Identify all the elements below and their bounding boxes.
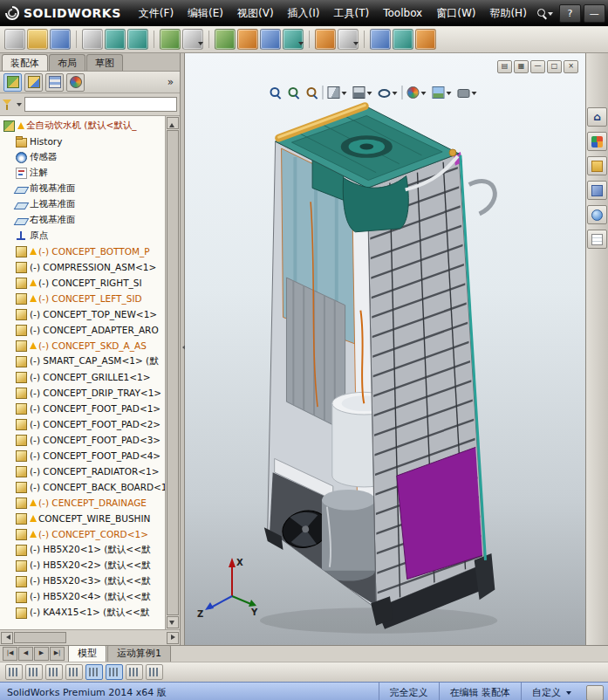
zoom-fit-icon[interactable] bbox=[267, 83, 283, 102]
menu-item[interactable]: Toolbox bbox=[376, 0, 429, 26]
menu-item[interactable]: 插入(I) bbox=[281, 0, 327, 26]
grid-snap-icon[interactable] bbox=[106, 664, 123, 680]
panel-tab[interactable]: 草图 bbox=[86, 54, 123, 71]
appearances-icon[interactable] bbox=[587, 205, 607, 224]
menu-item[interactable]: 编辑(E) bbox=[181, 0, 230, 26]
sketch-icon[interactable] bbox=[85, 664, 103, 680]
zoom-to-area-icon[interactable] bbox=[285, 83, 301, 102]
undo-icon[interactable] bbox=[105, 29, 126, 50]
tree-item[interactable]: CONCEPT_WIRE_BUSHIN bbox=[0, 511, 165, 526]
custom-properties-icon[interactable] bbox=[587, 230, 607, 249]
tree-vertical-scrollbar[interactable] bbox=[165, 116, 180, 629]
tree-item[interactable]: 右视基准面 bbox=[0, 212, 165, 228]
separator[interactable] bbox=[76, 31, 77, 48]
separator[interactable] bbox=[322, 86, 323, 100]
save-icon[interactable] bbox=[50, 29, 71, 50]
rotate-component-icon[interactable] bbox=[283, 29, 304, 50]
tree-item[interactable]: (-) CONCEPT_RADIATOR<1> bbox=[0, 463, 165, 479]
minimize-window-button[interactable]: — bbox=[530, 60, 545, 73]
tree-horizontal-scrollbar[interactable] bbox=[0, 629, 180, 645]
appearance-icon[interactable] bbox=[415, 29, 436, 50]
rebuild-icon[interactable] bbox=[160, 29, 181, 50]
tree-item[interactable]: (-) CONCEPT_SKD_A_AS bbox=[0, 338, 165, 353]
panel-tab[interactable]: 布局 bbox=[49, 54, 85, 71]
tree-item[interactable]: (-) SMART_CAP_ASM<1> (默 bbox=[0, 353, 165, 369]
mate-icon[interactable] bbox=[237, 29, 258, 50]
tree-item[interactable]: (-) CONCEPT_FOOT_PAD<2> bbox=[0, 416, 165, 432]
scrollbar-thumb[interactable] bbox=[14, 632, 66, 643]
restore-window-button[interactable]: □ bbox=[547, 60, 562, 73]
dimension-icon[interactable] bbox=[45, 664, 63, 680]
view-settings-icon[interactable] bbox=[455, 83, 478, 102]
tree-item[interactable]: History bbox=[0, 134, 165, 149]
exploded-view-icon[interactable] bbox=[315, 29, 336, 50]
tree-item[interactable]: (-) CONCEPT_RIGHT_SI bbox=[0, 275, 165, 291]
window-menu-icon[interactable]: ▤ bbox=[497, 60, 512, 73]
zoom-previous-icon[interactable] bbox=[304, 83, 319, 102]
solidworks-resources-icon[interactable]: ⌂ bbox=[587, 107, 607, 127]
window-tile-icon[interactable]: ▦ bbox=[514, 60, 529, 73]
file-explorer-icon[interactable] bbox=[587, 156, 607, 175]
tree-item[interactable]: (-) HB5X20<1> (默认<<默 bbox=[0, 542, 165, 558]
separator[interactable] bbox=[401, 86, 402, 100]
status-custom-dropdown[interactable]: 自定义 bbox=[521, 683, 582, 700]
tree-item[interactable]: (-) CONCEPT_LEFT_SID bbox=[0, 291, 165, 306]
panel-overflow-button[interactable]: » bbox=[165, 76, 176, 88]
first-tab-button[interactable]: |◀ bbox=[3, 647, 17, 661]
display-style-icon[interactable] bbox=[351, 83, 373, 102]
select-icon[interactable] bbox=[5, 664, 23, 680]
document-tab[interactable]: 运动算例1 bbox=[107, 645, 171, 662]
menu-item[interactable]: 工具(T) bbox=[327, 0, 377, 26]
insert-components-icon[interactable] bbox=[215, 29, 236, 50]
menu-item[interactable]: 文件(F) bbox=[132, 0, 181, 26]
tree-item[interactable]: (-) HB5X20<3> (默认<<默 bbox=[0, 573, 165, 589]
separator[interactable] bbox=[364, 31, 365, 48]
edit-appearance-icon[interactable] bbox=[405, 83, 427, 102]
tree-item[interactable]: 前视基准面 bbox=[0, 181, 165, 196]
tree-item[interactable]: (-) HB5X20<4> (默认<<默 bbox=[0, 589, 165, 605]
separator[interactable] bbox=[208, 31, 209, 48]
minimize-button[interactable]: — bbox=[584, 4, 605, 23]
separator[interactable] bbox=[154, 31, 154, 48]
last-tab-button[interactable]: ▶| bbox=[50, 647, 65, 661]
open-document-icon[interactable] bbox=[27, 29, 48, 50]
tree-item[interactable]: (-) CONCEPT_FOOT_PAD<4> bbox=[0, 448, 165, 463]
menu-item[interactable]: 视图(V) bbox=[230, 0, 281, 26]
tree-item[interactable]: (-) COMPRESSION_ASM<1> bbox=[0, 259, 165, 275]
tree-item[interactable]: 全自动饮水机 (默认<默认_ bbox=[0, 118, 165, 134]
redo-icon[interactable] bbox=[127, 29, 148, 50]
section-view-icon[interactable] bbox=[338, 29, 359, 50]
menu-item[interactable]: 窗口(W) bbox=[429, 0, 482, 26]
scroll-right-button[interactable] bbox=[167, 632, 179, 644]
scrollbar-thumb[interactable] bbox=[167, 130, 179, 615]
new-document-icon[interactable] bbox=[4, 29, 25, 50]
panel-tab[interactable]: 装配体 bbox=[2, 54, 48, 71]
search-button[interactable] bbox=[534, 4, 557, 22]
tree-item[interactable]: (-) HB5X20<2> (默认<<默 bbox=[0, 558, 165, 573]
tree-item[interactable]: (-) KA4X15<1> (默认<<默 bbox=[0, 605, 165, 621]
separator[interactable] bbox=[309, 31, 310, 48]
options-icon[interactable] bbox=[182, 29, 203, 50]
table-icon[interactable] bbox=[126, 664, 143, 680]
comment-icon[interactable] bbox=[146, 664, 163, 680]
design-library-icon[interactable] bbox=[587, 132, 607, 151]
apply-scene-icon[interactable] bbox=[430, 83, 453, 102]
tree-item[interactable]: 原点 bbox=[0, 228, 165, 244]
featuremanager-tab[interactable] bbox=[3, 73, 22, 92]
tree-item[interactable]: (-) CONCEPT_BACK_BOARD<1> bbox=[0, 479, 165, 495]
tree-item[interactable]: (-) CONCEPT_FOOT_PAD<3> bbox=[0, 432, 165, 448]
tree-item[interactable]: (-) CONCEPT_DRIP_TRAY<1> bbox=[0, 385, 165, 401]
close-window-button[interactable]: × bbox=[564, 60, 578, 73]
tree-item[interactable]: 传感器 bbox=[0, 149, 165, 165]
status-toolbar-icon[interactable] bbox=[586, 685, 604, 700]
displaymanager-tab[interactable] bbox=[66, 73, 85, 92]
filter-input[interactable] bbox=[24, 97, 177, 112]
grid-system-icon[interactable] bbox=[25, 664, 43, 680]
tree-item[interactable]: (-) CENCEPT_DRAINAGE bbox=[0, 495, 165, 511]
chevron-down-icon[interactable] bbox=[17, 103, 22, 109]
view-palette-icon[interactable] bbox=[587, 181, 607, 200]
tree-item[interactable]: (-) CONCEPT_BOTTOM_P bbox=[0, 244, 165, 259]
configurationmanager-tab[interactable] bbox=[45, 73, 64, 92]
view-orientation-icon[interactable] bbox=[325, 83, 348, 102]
tree-item[interactable]: (-) CONCEPT_FOOT_PAD<1> bbox=[0, 401, 165, 416]
